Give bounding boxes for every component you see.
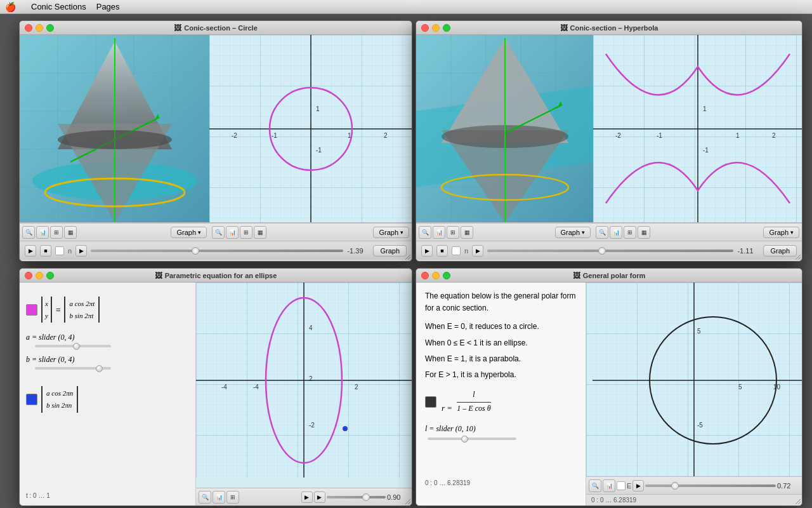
zoom-in-btn-c2[interactable]: 📊: [226, 226, 239, 239]
grid-btn-h2[interactable]: ⊞: [624, 226, 636, 239]
play-btn-ellipse[interactable]: ▶: [301, 491, 313, 503]
zoom-in-btn-h3[interactable]: 📊: [433, 226, 445, 239]
checkbox-hyperbola[interactable]: [452, 246, 461, 255]
titlebar-ellipse: 🖼 Parametric equation for an ellipse: [20, 269, 412, 283]
app-name[interactable]: Conic Sections: [31, 2, 86, 11]
grid-btn-c3[interactable]: ⊞: [50, 226, 63, 239]
resize-circle[interactable]: [404, 253, 412, 261]
hyperbola-control-bar: ▶ ■ n ▶ -1.11 Graph: [416, 241, 802, 260]
close-button-hyperbola[interactable]: [421, 24, 429, 32]
pages-menu[interactable]: Pages: [96, 2, 120, 11]
grid-btn-h3[interactable]: ⊞: [447, 226, 459, 239]
resize-hyperbola[interactable]: [794, 253, 802, 261]
n-label-hyperbola: n: [464, 247, 468, 255]
graph-btn-hyperbola[interactable]: Graph: [763, 245, 797, 257]
zoom-out-btn-e[interactable]: 🔍: [199, 491, 211, 504]
grid-btn-c2[interactable]: ⊞: [240, 226, 252, 239]
traffic-lights-polar[interactable]: [421, 272, 450, 279]
stop-btn-hyperbola[interactable]: ■: [436, 245, 448, 257]
window-ellipse: 🖼 Parametric equation for an ellipse x y…: [19, 268, 412, 506]
minimize-button-polar[interactable]: [432, 272, 440, 279]
circle-2d-panel: 1 -1 -1 1 -2 2: [209, 35, 412, 222]
slider-b-label: b = slider (0, 4): [26, 355, 74, 364]
polar-status-bar: 0 : 0 … 6.28319: [586, 494, 802, 505]
slider-a-label: a = slider (0, 4): [26, 333, 74, 342]
zoom-in-btn-h2[interactable]: 📊: [610, 226, 622, 239]
zoom-in-btn-p[interactable]: 📊: [603, 479, 615, 492]
table-btn-h2[interactable]: ▦: [638, 226, 650, 239]
hyperbola-2d-svg: 1 -1 -1 1 -2 2: [593, 35, 802, 222]
slider-value-polar: 0.72: [777, 482, 799, 490]
close-button-circle[interactable]: [25, 24, 32, 32]
table-btn-c3[interactable]: ▦: [64, 226, 77, 239]
graph-dropdown-c3[interactable]: Graph: [171, 227, 207, 238]
slider-a-track[interactable]: [35, 345, 111, 347]
minimize-button-circle[interactable]: [36, 24, 43, 32]
circle-2d-toolbar: 🔍 📊 ⊞ ▦ Graph: [209, 223, 412, 241]
slider-l-track[interactable]: [428, 438, 516, 440]
graph-btn-circle[interactable]: Graph: [373, 245, 407, 257]
maximize-button-circle[interactable]: [46, 24, 54, 32]
graph-dropdown-h2[interactable]: Graph: [763, 227, 799, 238]
ellipse-2d-panel: 4 2 -2 -4 2 -4: [196, 283, 412, 488]
maximize-button-hyperbola[interactable]: [443, 24, 450, 32]
slider-a-knob[interactable]: [73, 343, 80, 350]
slider-hyperbola[interactable]: [487, 250, 733, 252]
polar-text2: When E = 0, it reduces to a circle.: [425, 321, 577, 333]
polar-range: 0 : 0 … 6.28319: [425, 440, 577, 488]
checkbox-circle[interactable]: [55, 246, 64, 255]
minimize-button-ellipse[interactable]: [36, 272, 43, 279]
minimize-button-hyperbola[interactable]: [432, 24, 440, 32]
zoom-out-btn-h2[interactable]: 🔍: [596, 226, 608, 239]
polar-swatch[interactable]: [425, 396, 436, 408]
slider-circle[interactable]: [91, 250, 343, 252]
hyperbola-3d-toolbar: 🔍 📊 ⊞ ▦ Graph: [416, 223, 593, 241]
traffic-lights-ellipse[interactable]: [25, 272, 54, 279]
slider-b-knob[interactable]: [96, 365, 103, 372]
table-btn-c2[interactable]: ▦: [254, 226, 266, 239]
svg-text:2: 2: [384, 132, 388, 139]
grid-btn-e[interactable]: ⊞: [226, 491, 239, 504]
graph-dropdown-h3[interactable]: Graph: [555, 227, 591, 238]
maximize-button-ellipse[interactable]: [46, 272, 54, 279]
zoom-out-btn-h3[interactable]: 🔍: [419, 226, 431, 239]
step-btn-circle[interactable]: ▶: [75, 245, 87, 257]
zoom-out-btn-p[interactable]: 🔍: [589, 479, 601, 492]
maximize-button-polar[interactable]: [443, 272, 450, 279]
slider-l-knob[interactable]: [461, 436, 468, 443]
zoom-out-btn-c2[interactable]: 🔍: [212, 226, 225, 239]
slider-polar-thumb[interactable]: [671, 482, 679, 490]
traffic-lights-circle[interactable]: [25, 24, 54, 32]
step-btn-polar[interactable]: ▶: [632, 480, 644, 491]
apple-menu[interactable]: 🍎: [5, 2, 16, 12]
color-swatch-ellipse2[interactable]: [26, 394, 37, 405]
window-polar: 🖼 General polar form The equation below …: [416, 268, 802, 506]
svg-text:1: 1: [736, 132, 740, 139]
play-btn-circle[interactable]: ▶: [25, 245, 36, 257]
graph-dropdown-c2[interactable]: Graph: [373, 227, 409, 238]
checkbox-polar[interactable]: [617, 481, 625, 490]
table-btn-h3[interactable]: ▦: [461, 226, 473, 239]
step-btn-hyperbola[interactable]: ▶: [472, 245, 483, 257]
step-btn-ellipse[interactable]: ▶: [314, 491, 325, 503]
stop-btn-circle[interactable]: ■: [40, 245, 51, 257]
window-icon-ellipse: 🖼: [155, 271, 162, 280]
slider-ellipse-thumb[interactable]: [362, 493, 370, 501]
play-btn-hyperbola[interactable]: ▶: [421, 245, 433, 257]
zoom-out-btn-c3[interactable]: 🔍: [22, 226, 35, 239]
slider-b-track[interactable]: [35, 367, 111, 370]
zoom-in-btn-e[interactable]: 📊: [213, 491, 225, 504]
resize-polar[interactable]: [794, 498, 802, 505]
e-label-polar: E: [627, 482, 631, 490]
color-swatch-ellipse[interactable]: [26, 304, 37, 316]
close-button-polar[interactable]: [421, 272, 429, 279]
slider-polar-ctrl[interactable]: [645, 485, 776, 487]
vector-n-params: a cos 2πn b sin 2πn: [41, 386, 78, 412]
traffic-lights-hyperbola[interactable]: [421, 24, 450, 32]
slider-ellipse-ctrl[interactable]: [327, 496, 386, 498]
circle-toolbars: 🔍 📊 ⊞ ▦ Graph 🔍 📊 ⊞ ▦ Graph: [20, 222, 412, 241]
resize-ellipse[interactable]: [404, 498, 412, 505]
zoom-in-btn-c3[interactable]: 📊: [36, 226, 49, 239]
close-button-ellipse[interactable]: [25, 272, 32, 279]
window-icon-polar: 🖼: [573, 271, 580, 280]
